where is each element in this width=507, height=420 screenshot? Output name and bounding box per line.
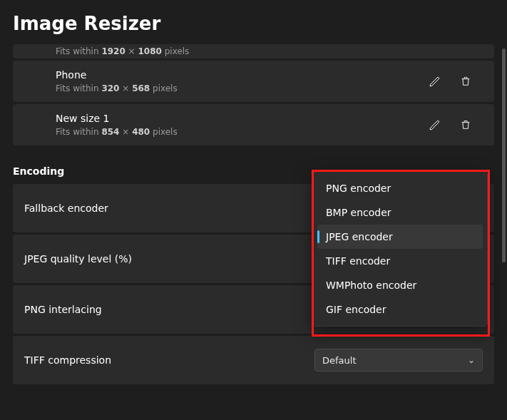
encoder-option-tiff[interactable]: TIFF encoder	[317, 249, 483, 273]
size-preset-row[interactable]: Fits within 1920 × 1080 pixels	[13, 44, 494, 58]
setting-label: PNG interlacing	[24, 304, 102, 315]
setting-tiff-compression: TIFF compression Default ⌄	[13, 336, 494, 384]
setting-label: Fallback encoder	[24, 203, 108, 214]
encoder-option-gif[interactable]: GIF encoder	[317, 297, 483, 322]
setting-label: TIFF compression	[24, 354, 111, 366]
size-preset-name: Phone	[56, 69, 178, 81]
encoder-option-wmphoto[interactable]: WMPhoto encoder	[317, 273, 483, 297]
encoder-option-jpeg[interactable]: JPEG encoder	[317, 225, 483, 249]
size-preset-meta: Fits within 854 × 480 pixels	[56, 127, 178, 137]
size-preset-name: New size 1	[56, 113, 178, 124]
scrollbar[interactable]	[502, 48, 506, 262]
delete-icon[interactable]	[454, 70, 477, 93]
tiff-compression-dropdown[interactable]: Default ⌄	[314, 349, 483, 372]
size-preset-meta: Fits within 1920 × 1080 pixels	[56, 46, 189, 56]
size-preset-row[interactable]: Phone Fits within 320 × 568 pixels	[13, 61, 494, 102]
delete-icon[interactable]	[454, 113, 477, 136]
edit-icon[interactable]	[423, 70, 446, 93]
page-title: Image Resizer	[13, 0, 494, 44]
size-preset-row[interactable]: New size 1 Fits within 854 × 480 pixels	[13, 104, 494, 145]
encoder-dropdown-flyout: PNG encoder BMP encoder JPEG encoder TIF…	[312, 171, 488, 327]
chevron-down-icon: ⌄	[468, 355, 475, 365]
setting-label: JPEG quality level (%)	[24, 253, 132, 265]
size-preset-meta: Fits within 320 × 568 pixels	[56, 83, 178, 93]
encoder-option-png[interactable]: PNG encoder	[317, 176, 483, 200]
edit-icon[interactable]	[423, 113, 446, 136]
encoder-option-bmp[interactable]: BMP encoder	[317, 200, 483, 225]
dropdown-value: Default	[322, 355, 357, 366]
